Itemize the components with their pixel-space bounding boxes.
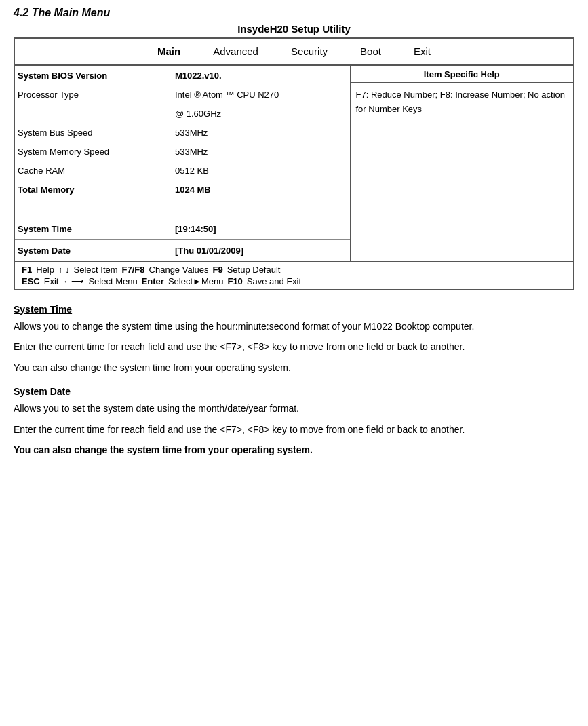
f7f8-text: Change Values <box>149 265 209 275</box>
processor-speed: @ 1.60GHz <box>172 104 350 123</box>
f10-label: F10 <box>227 276 242 286</box>
arrows: ↑ ↓ <box>58 265 70 275</box>
section-para-time-3: You can also change the system time from… <box>14 360 574 375</box>
enter-text: Select►Menu <box>168 276 224 286</box>
bus-speed-value: 533MHz <box>172 123 350 142</box>
section-heading-time: System Time <box>14 304 574 315</box>
footer-line1: F1 Help ↑ ↓ Select Item F7/F8 Change Val… <box>22 265 566 275</box>
f10-text: Save and Exit <box>247 276 301 286</box>
enter-label: Enter <box>142 276 164 286</box>
bios-version-value: M1022.v10. <box>172 66 350 85</box>
content-row: System BIOS Version M1022.v10. Processor… <box>14 66 574 261</box>
menu-bar: Main Advanced Security Boot Exit <box>15 39 573 65</box>
footer-row: F1 Help ↑ ↓ Select Item F7/F8 Change Val… <box>14 261 574 290</box>
section-para-date-3: You can also change the system time from… <box>14 442 574 457</box>
sys-info: System BIOS Version M1022.v10. Processor… <box>15 66 350 261</box>
page-title: 4.2 The Main Menu <box>14 7 574 19</box>
body-section-time: System Time Allows you to change the sys… <box>14 304 574 375</box>
section-para-time-1: Allows you to change the system time usi… <box>14 319 574 334</box>
footer-cell: F1 Help ↑ ↓ Select Item F7/F8 Change Val… <box>14 261 574 290</box>
f1-label: F1 <box>22 265 32 275</box>
body-section-date: System Date Allows you to set the system… <box>14 386 574 457</box>
total-mem-value: 1024 MB <box>172 180 350 199</box>
esc-label: ESC <box>22 276 40 286</box>
menu-item-exit[interactable]: Exit <box>411 44 433 58</box>
cache-label: Cache RAM <box>15 161 172 180</box>
section-para-time-2: Enter the current time for reach field a… <box>14 339 574 354</box>
mem-speed-label: System Memory Speed <box>15 142 172 161</box>
f9-label: F9 <box>212 265 222 275</box>
bios-version-label: System BIOS Version <box>15 66 172 85</box>
left-pane: System BIOS Version M1022.v10. Processor… <box>14 66 350 261</box>
select-item: Select Item <box>74 265 118 275</box>
total-mem-label: Total Memory <box>15 180 172 199</box>
select-menu: Select Menu <box>88 276 137 286</box>
processor-label: Processor Type <box>15 85 172 104</box>
sys-date-label: System Date <box>15 240 172 261</box>
arrows2: ←⟶ <box>62 276 84 286</box>
menu-item-advanced[interactable]: Advanced <box>210 44 261 58</box>
bus-speed-label: System Bus Speed <box>15 123 172 142</box>
footer-line2: ESC Exit ←⟶ Select Menu Enter Select►Men… <box>22 276 566 286</box>
right-pane: Item Specific Help F7: Reduce Number; F8… <box>350 66 574 261</box>
f1-text: Help <box>36 265 54 275</box>
menu-bar-row: Main Advanced Security Boot Exit <box>14 38 574 66</box>
processor-value: Intel ® Atom ™ CPU N270 <box>172 85 350 104</box>
utility-title: InsydeH20 Setup Utility <box>14 23 574 35</box>
f7f8-label: F7/F8 <box>122 265 145 275</box>
help-content: F7: Reduce Number; F8: Increase Number; … <box>351 83 574 122</box>
cache-value: 0512 KB <box>172 161 350 180</box>
section-heading-date: System Date <box>14 386 574 397</box>
menu-item-security[interactable]: Security <box>288 44 330 58</box>
section-para-date-2: Enter the current time for reach field a… <box>14 422 574 437</box>
mem-speed-value: 533MHz <box>172 142 350 161</box>
menu-item-main[interactable]: Main <box>155 44 183 58</box>
f9-text: Setup Default <box>227 265 281 275</box>
esc-text: Exit <box>44 276 59 286</box>
sys-time-label: System Time <box>15 220 172 240</box>
sys-time-value[interactable]: [19:14:50] <box>172 220 350 240</box>
section-para-date-1: Allows you to set the system date using … <box>14 401 574 416</box>
sys-date-value[interactable]: [Thu 01/01/2009] <box>172 240 350 261</box>
help-header: Item Specific Help <box>351 66 574 83</box>
bios-setup-table: Main Advanced Security Boot Exit System … <box>14 37 574 290</box>
menu-item-boot[interactable]: Boot <box>357 44 384 58</box>
